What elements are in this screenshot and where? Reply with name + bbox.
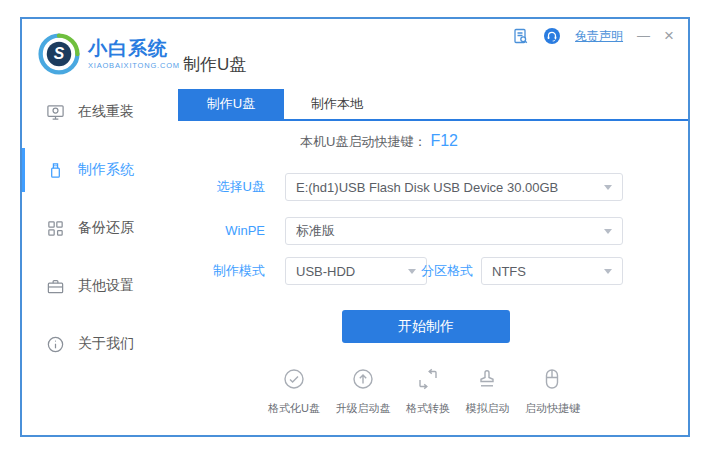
app-logo: S 小白系统 XIAOBAIXITONG.COM: [38, 33, 180, 75]
tool-format-usb[interactable]: 格式化U盘: [268, 367, 320, 416]
customer-service-icon[interactable]: [543, 27, 561, 45]
tab-make-local[interactable]: 制作本地: [284, 89, 390, 119]
check-circle-icon: [282, 367, 306, 395]
winpe-select-value: 标准版: [296, 222, 598, 240]
backup-grid-icon: [46, 219, 65, 238]
sidebar-item-backup-restore[interactable]: 备份还原: [22, 204, 178, 252]
document-search-icon[interactable]: [511, 27, 529, 45]
usb-select[interactable]: E:(hd1)USB Flash Disk USB Device 30.00GB: [285, 173, 623, 201]
bottom-toolbar: 格式化U盘 升级启动盘: [268, 367, 580, 416]
usb-drive-icon: [46, 161, 65, 180]
sidebar-item-other-settings[interactable]: 其他设置: [22, 262, 178, 310]
tool-label: 格式转换: [406, 401, 450, 416]
arrow-up-circle-icon: [351, 367, 375, 395]
boot-hotkey-line: 本机U盘启动快捷键：F12: [300, 132, 458, 151]
sidebar-item-online-reinstall[interactable]: 在线重装: [22, 88, 178, 136]
tool-format-convert[interactable]: 格式转换: [406, 367, 450, 416]
start-make-button[interactable]: 开始制作: [342, 310, 510, 343]
chevron-down-icon: [604, 185, 612, 190]
app-window: S 小白系统 XIAOBAIXITONG.COM 制作U盘: [20, 17, 690, 437]
tool-label: 模拟启动: [465, 401, 509, 416]
sidebar-item-label: 备份还原: [78, 219, 134, 237]
tool-boot-hotkey[interactable]: 启动快捷键: [525, 367, 580, 416]
sidebar-item-label: 关于我们: [78, 335, 134, 353]
minimize-button[interactable]: —: [637, 26, 650, 46]
tool-simulate-boot[interactable]: 模拟启动: [465, 367, 509, 416]
sidebar-item-about-us[interactable]: 关于我们: [22, 320, 178, 368]
sidebar-item-label: 其他设置: [78, 277, 134, 295]
winpe-select[interactable]: 标准版: [285, 217, 623, 245]
brand-name: 小白系统: [88, 39, 180, 58]
tool-label: 格式化U盘: [268, 401, 320, 416]
sidebar-item-make-system[interactable]: 制作系统: [22, 146, 178, 194]
xiaobai-logo-icon: S: [38, 33, 80, 75]
tool-upgrade-boot-disk[interactable]: 升级启动盘: [335, 367, 390, 416]
screenshot-stage: S 小白系统 XIAOBAIXITONG.COM 制作U盘: [0, 0, 714, 450]
usb-select-label: 选择U盘: [185, 173, 265, 201]
chevron-down-icon: [604, 269, 612, 274]
sidebar-item-label: 制作系统: [78, 161, 134, 179]
tool-label: 启动快捷键: [525, 401, 580, 416]
brand-text: 小白系统 XIAOBAIXITONG.COM: [88, 39, 180, 70]
tool-label: 升级启动盘: [335, 401, 390, 416]
sidebar: 在线重装 制作系统: [22, 88, 178, 378]
mode-select-label: 制作模式: [185, 257, 265, 285]
boot-hotkey-value: F12: [430, 132, 458, 149]
disclaimer-link[interactable]: 免责声明: [575, 28, 623, 45]
page-title: 制作U盘: [183, 53, 246, 76]
winpe-select-label: WinPE: [185, 217, 265, 245]
brand-domain: XIAOBAIXITONG.COM: [88, 62, 180, 70]
partition-select-label: 分区格式: [397, 257, 473, 285]
tabbar: 制作U盘 制作本地: [178, 89, 688, 121]
chevron-down-icon: [604, 229, 612, 234]
info-circle-icon: [46, 335, 65, 354]
close-button[interactable]: ×: [664, 26, 674, 46]
stamp-icon: [475, 367, 499, 395]
partition-select-value: NTFS: [492, 264, 598, 279]
mouse-icon: [540, 367, 564, 395]
tab-make-usb[interactable]: 制作U盘: [178, 89, 284, 119]
boot-hotkey-label: 本机U盘启动快捷键：: [300, 134, 426, 149]
briefcase-icon: [46, 277, 65, 296]
monitor-reinstall-icon: [46, 103, 65, 122]
titlebar-controls: 免责声明 — ×: [511, 26, 674, 46]
svg-text:S: S: [54, 45, 65, 62]
mode-select-value: USB-HDD: [296, 264, 402, 279]
usb-select-value: E:(hd1)USB Flash Disk USB Device 30.00GB: [296, 180, 598, 195]
partition-select[interactable]: NTFS: [481, 257, 623, 285]
sidebar-item-label: 在线重装: [78, 103, 134, 121]
format-convert-icon: [416, 367, 440, 395]
